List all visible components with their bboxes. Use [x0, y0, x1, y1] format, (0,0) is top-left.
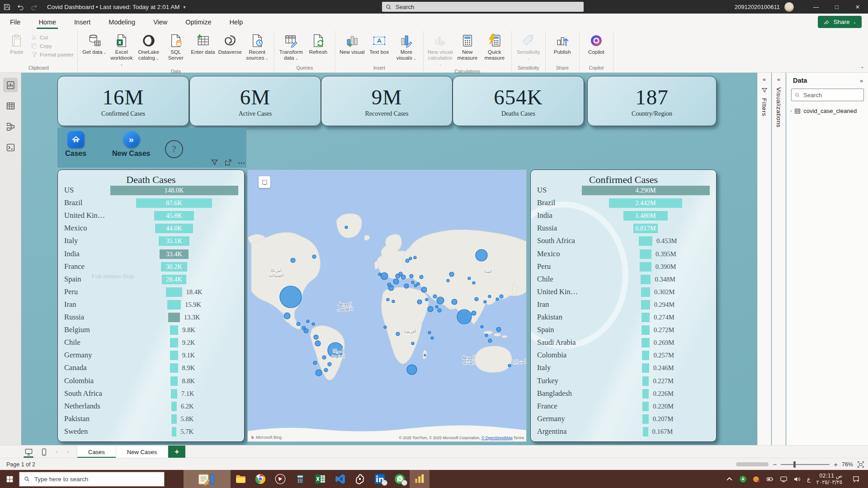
map-bubble[interactable] — [401, 275, 406, 279]
dax-query-view-button[interactable] — [3, 140, 18, 155]
funnel-bar[interactable] — [642, 338, 650, 347]
map-bubble[interactable] — [485, 334, 488, 337]
clock[interactable]: ص 02:11 ٢٠٢٥/٠٣/٢٥ — [816, 473, 842, 486]
expand-visualizations-icon[interactable]: « — [777, 76, 780, 83]
menu-tab-optimize[interactable]: Optimize — [184, 19, 212, 26]
map-bubble[interactable] — [468, 277, 471, 280]
funnel-bar[interactable] — [642, 363, 649, 373]
copy-button[interactable]: Copy — [31, 42, 74, 49]
zoom-slider-thumb[interactable] — [793, 461, 796, 468]
start-button[interactable] — [0, 470, 19, 488]
world-map-visual[interactable]: أمريكاالشماليةالمحيطالأطلسيأمريكاالجنوبي… — [247, 169, 527, 442]
kpi-confirmed-cases[interactable]: 16MConfirmed Cases — [57, 76, 189, 126]
new-measure-button[interactable]: New measure — [454, 33, 481, 61]
menu-tab-view[interactable]: View — [152, 19, 168, 26]
map-bubble[interactable] — [345, 226, 348, 229]
file-explorer-button[interactable] — [231, 470, 250, 488]
map-bubble[interactable] — [500, 295, 503, 298]
funnel-bar[interactable] — [641, 300, 650, 310]
action-center-icon[interactable] — [848, 475, 863, 483]
map-bubble[interactable] — [307, 320, 309, 323]
battery-icon[interactable] — [766, 475, 774, 483]
close-button[interactable]: ✕ — [847, 0, 868, 14]
recent-sources-button[interactable]: Recent sources ⌄ — [244, 33, 270, 61]
network-icon[interactable] — [780, 475, 788, 483]
funnel-bar[interactable] — [171, 414, 176, 424]
map-bubble[interactable] — [457, 310, 472, 324]
map-bubble[interactable] — [304, 328, 308, 333]
visualizations-pane-collapsed[interactable]: « Visualizations — [772, 72, 786, 449]
map-bubble[interactable] — [406, 259, 409, 263]
tray-expand-icon[interactable] — [726, 475, 733, 483]
map-bubble[interactable] — [316, 370, 322, 376]
funnel-bar[interactable] — [170, 376, 178, 386]
linkedin-button[interactable]: 🕓 — [370, 470, 390, 488]
funnel-bar[interactable] — [170, 338, 178, 347]
menu-tab-help[interactable]: Help — [229, 19, 244, 26]
data-search-box[interactable] — [791, 89, 864, 101]
funnel-bar[interactable] — [171, 402, 177, 411]
refresh-button[interactable]: Refresh — [305, 33, 331, 55]
enter-data-button[interactable]: Enter data — [190, 33, 216, 55]
map-bubble[interactable] — [476, 249, 487, 261]
map-bubble[interactable] — [428, 331, 431, 334]
prev-page-icon[interactable]: ‹ — [52, 446, 62, 458]
map-bubble[interactable] — [328, 362, 331, 366]
map-bubble[interactable] — [284, 313, 290, 319]
map-bubble[interactable] — [424, 354, 426, 356]
funnel-bar[interactable] — [642, 351, 650, 360]
map-bubble[interactable] — [411, 342, 414, 345]
map-bubble[interactable] — [291, 258, 295, 263]
zoom-out-button[interactable]: − — [773, 460, 777, 468]
data-table-item[interactable]: › covid_case_cleaned — [787, 103, 868, 119]
collapse-data-pane-icon[interactable]: » — [860, 77, 863, 84]
data-search-input[interactable] — [802, 91, 860, 99]
map-bubble[interactable] — [447, 279, 449, 282]
map-bubble[interactable] — [407, 365, 417, 375]
map-bubble[interactable] — [384, 326, 387, 328]
model-view-button[interactable] — [3, 119, 18, 134]
map-bubble[interactable] — [488, 339, 492, 343]
quick-measure-button[interactable]: Quick measure — [481, 33, 508, 61]
collapse-ribbon-icon[interactable]: ⌃ — [860, 66, 864, 72]
get-data-button[interactable]: Get data ⌄ — [81, 33, 108, 55]
map-bubble[interactable] — [508, 364, 511, 367]
funnel-bar[interactable] — [642, 389, 649, 399]
funnel-bar[interactable] — [643, 427, 648, 436]
calculator-button[interactable] — [290, 470, 310, 488]
undo-icon[interactable] — [14, 0, 27, 14]
minimize-button[interactable]: — — [806, 0, 826, 14]
copilot-button[interactable]: Copilot — [583, 33, 609, 55]
funnel-bar[interactable] — [640, 262, 651, 272]
funnel-bar[interactable] — [166, 287, 182, 297]
map-bubble[interactable] — [414, 256, 416, 259]
sql-server-button[interactable]: SQL Server — [163, 33, 189, 61]
chevron-right-icon[interactable]: › — [790, 108, 792, 113]
app-search-input[interactable] — [395, 3, 580, 11]
funnel-bar[interactable] — [170, 351, 178, 360]
map-bubble[interactable] — [425, 298, 428, 301]
desktop-layout-button[interactable] — [21, 446, 36, 458]
funnel-bar[interactable] — [642, 402, 649, 411]
map-bubble[interactable] — [414, 284, 417, 287]
menu-tab-insert[interactable]: Insert — [73, 19, 91, 26]
funnel-bar[interactable] — [640, 249, 651, 259]
zoom-in-button[interactable]: + — [834, 460, 838, 468]
taskbar-search-input[interactable] — [33, 475, 160, 483]
funnel-bar[interactable] — [639, 236, 652, 246]
map-bubble[interactable] — [396, 332, 400, 336]
taskbar-search-box[interactable] — [19, 472, 165, 487]
map-bubble[interactable] — [496, 298, 499, 300]
menu-tab-file[interactable]: File — [9, 19, 21, 26]
chrome-button[interactable] — [250, 470, 270, 488]
app-search-box[interactable] — [382, 2, 584, 12]
funnel-bar[interactable] — [641, 275, 651, 284]
mobile-layout-button[interactable] — [36, 446, 52, 458]
map-bubble[interactable] — [452, 299, 457, 305]
map-bubble[interactable] — [324, 368, 328, 372]
paste-button[interactable]: Paste — [4, 33, 30, 55]
menu-tab-home[interactable]: Home — [38, 19, 57, 26]
update-alert-icon[interactable] — [753, 475, 760, 483]
map-bubble[interactable] — [437, 297, 444, 304]
nav-cases-button[interactable]: Cases — [65, 131, 86, 158]
